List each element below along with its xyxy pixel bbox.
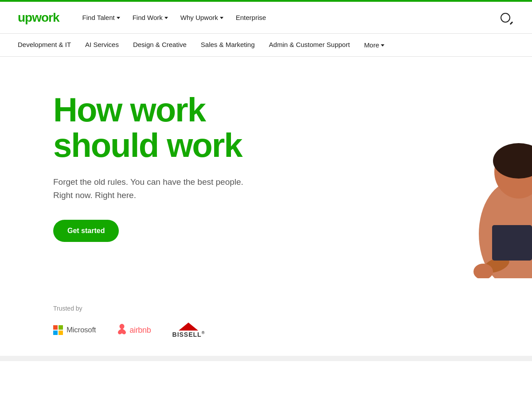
hero-subtitle: Forget the old rules. You can have the b… [53,175,364,202]
search-button[interactable] [497,9,514,27]
nav-links: Find Talent Find Work Why Upwork Enterpr… [77,10,497,25]
microsoft-text: Microsoft [66,326,96,335]
cat-ai-services[interactable]: AI Services [85,38,119,52]
get-started-button[interactable]: Get started [53,220,119,242]
microsoft-icon [53,325,63,335]
hero-illustration [346,83,532,278]
chevron-down-icon [381,44,384,47]
nav-find-work[interactable]: Find Work [127,10,173,25]
chevron-down-icon [117,17,120,19]
nav-why-upwork[interactable]: Why Upwork [175,10,229,25]
cat-sales-marketing[interactable]: Sales & Marketing [201,38,255,52]
trusted-section: Trusted by Microsoft airbnb [0,278,532,356]
bissell-triangle-icon [179,323,198,331]
trusted-logos: Microsoft airbnb BISSELL® [53,323,479,338]
category-navigation: Development & IT AI Services Design & Cr… [0,34,532,57]
cat-dev-it[interactable]: Development & IT [18,38,71,52]
nav-find-talent[interactable]: Find Talent [77,10,125,25]
cat-more[interactable]: More [364,41,384,49]
microsoft-logo: Microsoft [53,325,96,335]
hero-content: How workshould work Forget the old rules… [53,92,364,242]
airbnb-icon [117,323,127,337]
hero-section: How workshould work Forget the old rules… [0,57,532,278]
main-navigation: upwork Find Talent Find Work Why Upwork … [0,2,532,34]
svg-rect-5 [492,225,532,261]
bissell-logo: BISSELL® [172,323,205,338]
scroll-indicator [0,356,532,361]
airbnb-logo: airbnb [117,323,151,337]
trusted-label: Trusted by [53,305,479,312]
bissell-text: BISSELL® [172,331,205,338]
search-icon [501,13,510,23]
chevron-down-icon [220,17,223,19]
nav-right [497,9,514,27]
upwork-logo[interactable]: upwork [18,11,59,25]
chevron-down-icon [164,17,168,19]
cat-admin-support[interactable]: Admin & Customer Support [269,38,350,52]
hero-title: How workshould work [53,92,364,163]
nav-enterprise[interactable]: Enterprise [231,10,271,25]
airbnb-text: airbnb [129,326,151,335]
cat-design-creative[interactable]: Design & Creative [133,38,187,52]
